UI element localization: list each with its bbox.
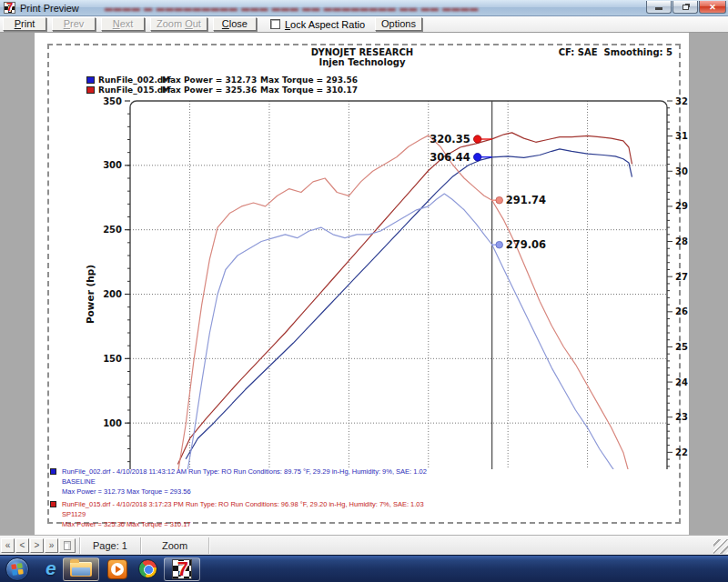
run-note-line: RunFile_002.drf - 4/10/2018 11:43:12 AM … xyxy=(62,467,427,477)
taskbar-item-internet-explorer[interactable]: e xyxy=(46,557,56,581)
run-note-line: Max Power = 325.36 Max Torque = 310.17 xyxy=(62,519,427,529)
next-page-button[interactable]: > xyxy=(30,538,44,553)
cursor-dot-279.06 xyxy=(496,241,503,248)
titlebar-blurred-text: ▬▬▬▬ ▬ ▬▬▬▬▬▬▬▬▬ ▬▬▬ ▬▬▬ ▬▬ ▬▬▬▬▬▬▬▬ ▬▬ … xyxy=(105,4,480,13)
cursor-value-306.44: 306.44 xyxy=(430,151,470,164)
svg-text:290: 290 xyxy=(675,201,688,211)
svg-text:310: 310 xyxy=(675,131,688,141)
close-window-button[interactable]: ✕ xyxy=(699,1,726,14)
lock-aspect-checkbox[interactable] xyxy=(270,19,280,29)
page-number-panel: Page: 1 xyxy=(80,540,140,551)
taskbar-item-media-player[interactable] xyxy=(107,557,127,581)
resize-grip[interactable] xyxy=(713,539,728,554)
curve-runfile_015-torque xyxy=(177,135,632,469)
first-page-button[interactable]: « xyxy=(1,538,15,553)
cursor-value-279.06: 279.06 xyxy=(506,238,546,251)
lock-aspect-label: Lock Aspect Ratio xyxy=(285,19,365,30)
svg-text:250: 250 xyxy=(675,342,688,352)
cursor-dot-291.74 xyxy=(496,196,503,204)
run-note-line: BASELINE xyxy=(62,477,427,487)
curve-runfile_002-torque xyxy=(186,194,632,469)
toolbar: Print Prev Next Zoom Out Close Lock Aspe… xyxy=(0,16,728,33)
cursor-markers xyxy=(474,135,503,248)
chrome-icon xyxy=(138,559,157,578)
zoom-panel[interactable]: Zoom xyxy=(141,540,208,551)
taskbar-item-explorer[interactable] xyxy=(63,557,99,581)
prev-page-button[interactable]: < xyxy=(15,538,29,553)
internet-explorer-icon: e xyxy=(46,557,56,579)
zoom-out-button[interactable]: Zoom Out xyxy=(150,17,207,31)
window-title: Print Preview xyxy=(20,3,79,14)
title-bar: 7 Print Preview ▬▬▬▬ ▬ ▬▬▬▬▬▬▬▬▬ ▬▬▬ ▬▬▬… xyxy=(0,0,728,16)
axis-ticks: 5010015020025030035021022023024025026027… xyxy=(85,96,688,470)
restore-icon xyxy=(682,5,689,10)
print-button[interactable]: Print xyxy=(3,17,46,31)
run-note-sp1129: RunFile_015.drf - 4/10/2018 3:17:23 PM R… xyxy=(50,499,427,529)
svg-text:260: 260 xyxy=(675,306,688,316)
print-preview-area: DYNOJET RESEARCH Injen Technology CF: SA… xyxy=(0,33,728,535)
page-icon xyxy=(64,541,71,550)
minimize-button[interactable] xyxy=(646,1,672,14)
cursor-value-320.35: 320.35 xyxy=(430,133,470,146)
svg-text:300: 300 xyxy=(675,166,688,176)
svg-text:300: 300 xyxy=(103,160,122,170)
svg-text:270: 270 xyxy=(675,272,688,282)
power-axis-label: Power (hp) xyxy=(85,265,96,324)
close-icon: ✕ xyxy=(709,3,716,12)
svg-text:230: 230 xyxy=(675,412,688,422)
dynojet-7-icon: 7 xyxy=(172,559,192,579)
run-note-line: RunFile_015.drf - 4/10/2018 3:17:23 PM R… xyxy=(62,499,427,509)
series-curves xyxy=(177,133,632,469)
restore-button[interactable] xyxy=(672,1,698,14)
run-notes: RunFile_002.drf - 4/10/2018 11:43:12 AM … xyxy=(50,467,427,532)
svg-text:320: 320 xyxy=(675,96,688,106)
dyno-chart: 5010015020025030035021022023024025026027… xyxy=(46,38,688,469)
svg-text:220: 220 xyxy=(675,447,688,457)
taskbar: e 7 ▴ 11:56 AM 4/11/2018 xyxy=(0,555,728,582)
status-bar: « < > » Page: 1 Zoom xyxy=(0,535,728,555)
svg-text:280: 280 xyxy=(675,236,688,246)
run-note-line: SP1129 xyxy=(62,509,427,519)
svg-text:250: 250 xyxy=(103,225,122,235)
last-page-button[interactable]: » xyxy=(45,538,58,553)
svg-text:100: 100 xyxy=(103,418,122,428)
taskbar-item-chrome[interactable] xyxy=(138,557,157,581)
curve-runfile_015-power xyxy=(177,133,632,465)
svg-text:150: 150 xyxy=(103,354,122,364)
svg-text:350: 350 xyxy=(103,96,122,106)
cursor-value-291.74: 291.74 xyxy=(506,194,546,206)
divider xyxy=(208,537,209,554)
windows-logo-icon xyxy=(6,558,28,580)
minimize-icon xyxy=(655,7,662,10)
curve-runfile_002-power xyxy=(186,149,632,459)
lock-aspect-checkbox-group[interactable]: Lock Aspect Ratio xyxy=(270,19,365,30)
svg-text:200: 200 xyxy=(103,289,122,299)
folder-icon xyxy=(70,562,92,577)
close-button[interactable]: Close xyxy=(213,17,257,31)
preview-page: DYNOJET RESEARCH Injen Technology CF: SA… xyxy=(35,33,689,535)
svg-text:240: 240 xyxy=(675,377,688,387)
app-icon: 7 xyxy=(4,2,15,14)
run-note-baseline: RunFile_002.drf - 4/10/2018 11:43:12 AM … xyxy=(50,467,427,497)
next-button[interactable]: Next xyxy=(101,17,145,31)
run-note-swatch xyxy=(50,501,56,507)
start-button[interactable] xyxy=(5,557,29,581)
run-note-swatch xyxy=(50,468,56,475)
taskbar-item-dynojet[interactable]: 7 xyxy=(164,557,200,581)
cursor-dot-320.35 xyxy=(474,135,481,143)
options-button[interactable]: Options xyxy=(375,17,422,31)
page-setup-button[interactable] xyxy=(59,538,76,553)
prev-button[interactable]: Prev xyxy=(52,17,96,31)
cursor-dot-306.44 xyxy=(474,154,481,161)
media-player-icon xyxy=(107,559,127,579)
run-note-line: Max Power = 312.73 Max Torque = 293.56 xyxy=(62,487,427,497)
